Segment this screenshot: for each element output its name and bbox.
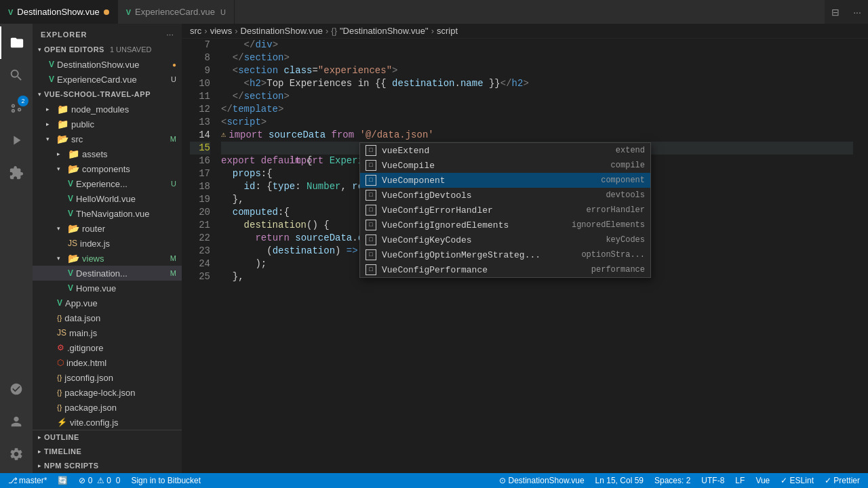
autocomplete-item[interactable]: □ VueCompile compile — [360, 158, 650, 173]
cursor-position-status[interactable]: Ln 15, Col 59 — [593, 476, 646, 485]
chevron-down-icon: ▾ — [57, 225, 65, 232]
item-label: package-lock.json — [64, 388, 135, 398]
sidebar-item-router[interactable]: ▾ 📂 router — [33, 221, 182, 236]
breadcrumb-file[interactable]: DestinationShow.vue — [241, 26, 323, 36]
ac-detail: component — [601, 174, 645, 187]
sidebar-item-public[interactable]: ▸ 📁 public — [33, 117, 182, 131]
chevron-down-icon: ▾ — [57, 165, 65, 172]
run-icon[interactable] — [0, 124, 33, 157]
code-line: </div> — [221, 39, 853, 52]
split-editor-button[interactable]: ⊟ — [825, 0, 846, 24]
open-editors-header[interactable]: ▾ OPEN EDITORS 1 UNSAVED — [33, 42, 182, 57]
tab-modified-dot — [104, 9, 109, 15]
autocomplete-item[interactable]: □ VueComponent component — [360, 173, 650, 188]
editor-panel: src › views › DestinationShow.vue › {} "… — [182, 24, 868, 473]
breadcrumb-views[interactable]: views — [210, 26, 233, 36]
breadcrumb-script[interactable]: script — [437, 26, 458, 36]
timeline-section[interactable]: ▸ TIMELINE — [33, 444, 182, 458]
sidebar-item-src[interactable]: ▾ 📂 src M — [33, 131, 182, 146]
html-icon2: ⬡ — [57, 358, 64, 367]
vue-icon: V — [126, 8, 131, 16]
breadcrumb-scope-name[interactable]: "DestinationShow.vue" — [340, 26, 429, 36]
sidebar-item-destinationshow[interactable]: V Destination... M — [33, 266, 182, 281]
outline-section[interactable]: ▸ OUTLINE — [33, 430, 182, 444]
sidebar-item-experiencecard[interactable]: V Experience... U — [33, 176, 182, 191]
autocomplete-dropdown[interactable]: □ vueExtend extend □ VueCompile compile … — [359, 142, 651, 278]
folder-icon: 📂 — [57, 134, 68, 144]
sidebar-item-appvue[interactable]: V App.vue — [33, 296, 182, 310]
breadcrumb: src › views › DestinationShow.vue › {} "… — [182, 24, 868, 39]
explorer-more-button[interactable]: ··· — [166, 29, 174, 39]
sidebar-item-helloworld[interactable]: V HelloWorld.vue — [33, 191, 182, 206]
account-icon[interactable] — [0, 405, 33, 438]
sidebar-item-datajson[interactable]: {} data.json — [33, 310, 182, 325]
json-icon2: {} — [57, 388, 62, 396]
autocomplete-item[interactable]: □ VueConfigErrorHandler errorHandler — [360, 203, 650, 218]
autocomplete-item[interactable]: □ VueConfigDevtools devtools — [360, 188, 650, 203]
ac-name: VueConfigIgnoredElements — [382, 219, 566, 232]
extensions-icon[interactable] — [0, 157, 33, 189]
code-editor[interactable]: 78910111213 14151617 1819202122232425 </… — [182, 39, 868, 473]
eslint-status[interactable]: ✓ ESLint — [778, 476, 816, 485]
sign-in-button[interactable]: Sign in to Bitbucket — [128, 476, 203, 485]
sidebar-item-viteconfigjs[interactable]: ⚡ vite.config.js — [33, 415, 182, 430]
scrollbar[interactable] — [859, 39, 868, 473]
spaces-status[interactable]: Spaces: 2 — [652, 476, 693, 485]
settings-icon[interactable] — [0, 438, 33, 470]
line-ending-status[interactable]: LF — [732, 476, 747, 485]
chevron-right-icon: ▸ — [46, 106, 54, 113]
autocomplete-item[interactable]: □ VueConfigIgnoredElements ignoredElemen… — [360, 218, 650, 232]
project-header[interactable]: ▾ VUE-SCHOOL-TRAVEL-APP — [33, 87, 182, 102]
sidebar-item-gitignore[interactable]: ⚙ .gitignore — [33, 340, 182, 355]
open-editor-experience[interactable]: V ExperienceCard.vue U — [33, 72, 182, 87]
sidebar-item-home[interactable]: V Home.vue — [33, 281, 182, 296]
autocomplete-item[interactable]: □ vueExtend extend — [360, 143, 650, 158]
npm-scripts-section[interactable]: ▸ NPM SCRIPTS — [33, 459, 182, 473]
tab-destination-show[interactable]: V DestinationShow.vue — [0, 0, 118, 24]
git-icon: ⎇ — [8, 476, 18, 485]
sidebar-item-assets[interactable]: ▸ 📁 assets — [33, 146, 182, 161]
source-control-icon[interactable]: 2 — [0, 92, 33, 124]
code-line: </template> — [221, 103, 853, 116]
search-icon[interactable] — [0, 59, 33, 92]
ac-name: VueConfigPerformance — [382, 264, 586, 277]
error-warning-count[interactable]: ⊘ 0 ⚠ 0 0 — [76, 476, 123, 485]
git-branch-status[interactable]: ⎇ master* — [5, 476, 50, 485]
sidebar-item-router-index[interactable]: JS index.js — [33, 236, 182, 251]
ac-type-icon: □ — [366, 175, 376, 186]
more-actions-button[interactable]: ··· — [846, 0, 868, 24]
git-icon2: ⚙ — [57, 343, 64, 352]
tab-label: ExperienceCard.vue — [135, 7, 215, 17]
destination-show-status[interactable]: ⊙ DestinationShow.vue — [496, 476, 587, 485]
sidebar-item-indexhtml[interactable]: ⬡ index.html — [33, 355, 182, 370]
item-label: vite.config.js — [70, 418, 119, 428]
sidebar-item-views[interactable]: ▾ 📂 views M — [33, 251, 182, 266]
sidebar-item-components[interactable]: ▾ 📂 components — [33, 161, 182, 176]
status-left: ⎇ master* 🔄 ⊘ 0 ⚠ 0 0 Sign in to Bitbuck… — [5, 476, 203, 485]
autocomplete-item[interactable]: □ VueConfigKeyCodes keyCodes — [360, 232, 650, 247]
breadcrumb-src[interactable]: src — [190, 26, 201, 36]
sync-button[interactable]: 🔄 — [55, 476, 71, 485]
js-icon: JS — [68, 239, 77, 248]
autocomplete-item[interactable]: □ VueConfigOptionMergeStrateg... optionS… — [360, 247, 650, 262]
sidebar-item-packagejson[interactable]: {} package.json — [33, 400, 182, 415]
tab-experience-card[interactable]: V ExperienceCard.vue U — [118, 0, 235, 24]
item-label: src — [71, 134, 83, 144]
unsaved-badge: U — [171, 75, 176, 83]
activity-bar: 2 — [0, 24, 33, 473]
remote-icon[interactable] — [0, 373, 33, 405]
vue-icon: V — [68, 283, 73, 293]
sidebar-item-thenavigation[interactable]: V TheNavigation.vue — [33, 206, 182, 221]
sidebar-item-node-modules[interactable]: ▸ 📁 node_modules — [33, 102, 182, 117]
open-editor-destination[interactable]: V DestinationShow.vue ● — [33, 57, 182, 72]
autocomplete-item[interactable]: □ VueConfigPerformance performance — [360, 262, 650, 277]
sidebar-item-jsconfigjson[interactable]: {} jsconfig.json — [33, 370, 182, 385]
prettier-status[interactable]: ✓ Prettier — [822, 476, 863, 485]
open-editors-label: OPEN EDITORS — [44, 45, 104, 54]
encoding-status[interactable]: UTF-8 — [698, 476, 727, 485]
sidebar-item-mainjs[interactable]: JS main.js — [33, 325, 182, 340]
sidebar-item-packagelockjson[interactable]: {} package-lock.json — [33, 385, 182, 400]
breadcrumb-scope: {} — [331, 26, 337, 36]
language-status[interactable]: Vue — [753, 476, 772, 485]
files-icon[interactable] — [0, 26, 33, 59]
